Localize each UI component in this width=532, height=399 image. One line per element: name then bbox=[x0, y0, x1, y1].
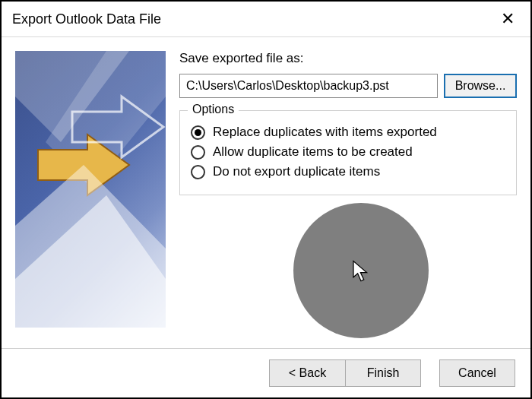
radio-icon bbox=[191, 125, 205, 140]
cancel-button[interactable]: Cancel bbox=[439, 359, 515, 387]
dialog-footer: < Back Finish Cancel bbox=[2, 348, 530, 397]
browse-button[interactable]: Browse... bbox=[444, 74, 517, 98]
close-button[interactable]: ✕ bbox=[492, 4, 523, 34]
svg-marker-6 bbox=[353, 261, 367, 281]
window-title: Export Outlook Data File bbox=[12, 11, 492, 27]
close-icon: ✕ bbox=[501, 9, 515, 29]
options-group: Options Replace duplicates with items ex… bbox=[179, 110, 517, 195]
option-label: Replace duplicates with items exported bbox=[213, 125, 437, 140]
option-allow-duplicates[interactable]: Allow duplicate items to be created bbox=[191, 144, 505, 160]
radio-icon bbox=[191, 145, 205, 160]
option-no-export-duplicates[interactable]: Do not export duplicate items bbox=[191, 164, 505, 179]
wizard-illustration bbox=[15, 51, 166, 328]
option-replace-duplicates[interactable]: Replace duplicates with items exported bbox=[191, 125, 505, 140]
radio-icon bbox=[191, 165, 205, 179]
options-legend: Options bbox=[188, 103, 239, 116]
cursor-highlight bbox=[293, 203, 429, 338]
back-button[interactable]: < Back bbox=[269, 359, 345, 387]
dialog-body: Save exported file as: Browse... Options… bbox=[2, 37, 530, 348]
titlebar: Export Outlook Data File ✕ bbox=[2, 2, 530, 37]
save-as-label: Save exported file as: bbox=[179, 51, 517, 66]
option-label: Do not export duplicate items bbox=[213, 164, 380, 179]
option-label: Allow duplicate items to be created bbox=[213, 144, 413, 160]
nav-buttons: < Back Finish bbox=[269, 359, 421, 387]
form-area: Save exported file as: Browse... Options… bbox=[179, 51, 517, 340]
finish-button[interactable]: Finish bbox=[345, 359, 421, 387]
path-row: Browse... bbox=[179, 74, 517, 98]
file-path-input[interactable] bbox=[179, 74, 438, 98]
cursor-icon bbox=[351, 259, 371, 282]
export-dialog: Export Outlook Data File ✕ S bbox=[0, 0, 532, 399]
